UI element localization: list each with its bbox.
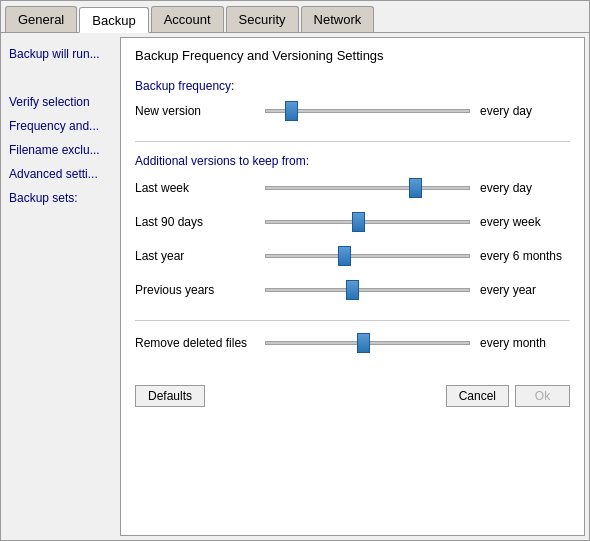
sidebar-item-filename[interactable]: Filename exclu... (7, 141, 110, 159)
tab-security[interactable]: Security (226, 6, 299, 32)
new-version-label: New version (135, 104, 265, 118)
new-version-value: every day (470, 104, 570, 118)
last-year-value: every 6 months (470, 249, 570, 263)
tab-network[interactable]: Network (301, 6, 375, 32)
last-90-days-label: Last 90 days (135, 215, 265, 229)
remove-deleted-slider-container (265, 333, 470, 353)
sidebar-item-frequency[interactable]: Frequency and... (7, 117, 110, 135)
dialog-footer: Defaults Cancel Ok (135, 377, 570, 407)
sidebar: Backup will run... Verify selection Freq… (1, 33, 116, 540)
last-week-slider[interactable] (265, 186, 470, 190)
previous-years-label: Previous years (135, 283, 265, 297)
sidebar-item-verify-selection[interactable]: Verify selection (7, 93, 110, 111)
section-divider-2 (135, 320, 570, 321)
panel-area: Backup Frequency and Versioning Settings… (116, 33, 589, 540)
new-version-row: New version every day (135, 101, 570, 121)
remove-deleted-slider[interactable] (265, 341, 470, 345)
tab-bar: General Backup Account Security Network (1, 1, 589, 33)
tab-backup[interactable]: Backup (79, 7, 148, 33)
last-week-slider-container (265, 178, 470, 198)
last-year-slider-container (265, 246, 470, 266)
last-year-slider[interactable] (265, 254, 470, 258)
remove-deleted-row: Remove deleted files every month (135, 333, 570, 353)
sidebar-item-advanced[interactable]: Advanced setti... (7, 165, 110, 183)
sidebar-item-backup-sets[interactable]: Backup sets: (7, 189, 110, 207)
previous-years-value: every year (470, 283, 570, 297)
main-window: General Backup Account Security Network … (0, 0, 590, 541)
previous-years-slider-container (265, 280, 470, 300)
ok-cancel-buttons: Cancel Ok (446, 385, 570, 407)
sidebar-item-backup-will-run[interactable]: Backup will run... (7, 45, 110, 63)
ok-button[interactable]: Ok (515, 385, 570, 407)
new-version-slider[interactable] (265, 109, 470, 113)
last-week-row: Last week every day (135, 178, 570, 198)
last-year-row: Last year every 6 months (135, 246, 570, 266)
cancel-button[interactable]: Cancel (446, 385, 509, 407)
section-divider (135, 141, 570, 142)
main-content: Backup will run... Verify selection Freq… (1, 33, 589, 540)
remove-deleted-label: Remove deleted files (135, 336, 265, 350)
last-week-value: every day (470, 181, 570, 195)
additional-versions-label: Additional versions to keep from: (135, 154, 570, 168)
backup-frequency-label: Backup frequency: (135, 79, 570, 93)
last-90-days-slider[interactable] (265, 220, 470, 224)
defaults-button-wrapper: Defaults (135, 385, 205, 407)
dialog: Backup Frequency and Versioning Settings… (120, 37, 585, 536)
previous-years-slider[interactable] (265, 288, 470, 292)
remove-deleted-value: every month (470, 336, 570, 350)
tab-general[interactable]: General (5, 6, 77, 32)
last-90-days-value: every week (470, 215, 570, 229)
last-year-label: Last year (135, 249, 265, 263)
last-week-label: Last week (135, 181, 265, 195)
last-90-days-slider-container (265, 212, 470, 232)
tab-account[interactable]: Account (151, 6, 224, 32)
last-90-days-row: Last 90 days every week (135, 212, 570, 232)
previous-years-row: Previous years every year (135, 280, 570, 300)
new-version-slider-container (265, 101, 470, 121)
dialog-title: Backup Frequency and Versioning Settings (135, 48, 570, 63)
defaults-button[interactable]: Defaults (135, 385, 205, 407)
